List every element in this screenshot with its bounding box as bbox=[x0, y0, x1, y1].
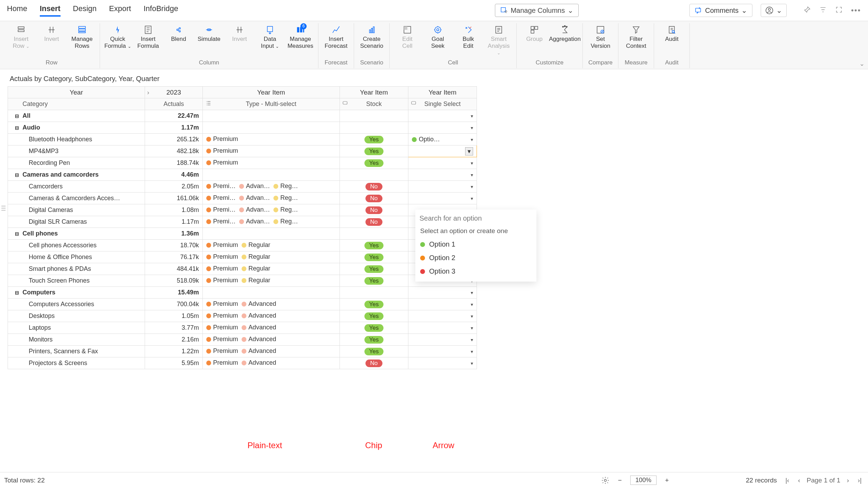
filter-icon[interactable] bbox=[819, 6, 827, 15]
actuals-value[interactable]: 518.09k bbox=[145, 275, 203, 287]
dropdown-option[interactable]: Option 3 bbox=[415, 265, 536, 278]
page-first-button[interactable]: |‹ bbox=[783, 477, 792, 484]
chevron-right-icon[interactable]: › bbox=[147, 89, 149, 96]
ribbon-blend[interactable]: Blend bbox=[164, 23, 193, 51]
expand-icon[interactable] bbox=[835, 6, 843, 15]
collapse-icon[interactable]: ⊟ bbox=[14, 172, 20, 178]
subcategory-row[interactable]: Camcorders2.05mPremi… Advan… Reg…No▾ bbox=[8, 181, 477, 193]
actuals-value[interactable]: 4.46m bbox=[145, 169, 203, 181]
stock-cell[interactable]: Yes bbox=[340, 346, 408, 357]
header-type[interactable]: Type - Multi-select bbox=[202, 98, 340, 110]
type-cell[interactable]: Premium bbox=[202, 134, 340, 145]
type-cell[interactable] bbox=[202, 287, 340, 299]
stock-cell[interactable] bbox=[340, 169, 408, 181]
pin-icon[interactable] bbox=[803, 6, 811, 15]
stock-cell[interactable]: No bbox=[340, 181, 408, 193]
actuals-value[interactable]: 22.47m bbox=[145, 110, 203, 122]
single-select-cell[interactable]: ▾ bbox=[408, 169, 477, 181]
dropdown-caret-icon[interactable]: ▾ bbox=[471, 337, 473, 343]
single-select-cell[interactable]: ▾ bbox=[408, 110, 477, 122]
actuals-value[interactable]: 1.36m bbox=[145, 228, 203, 240]
dropdown-caret-icon[interactable]: ▾ bbox=[471, 184, 473, 189]
subcategory-row[interactable]: Smart phones & PDAs484.41kPremium Regula… bbox=[8, 263, 477, 275]
type-cell[interactable]: Premium Advanced bbox=[202, 346, 340, 357]
subcategory-row[interactable]: Digital SLR Cameras1.17mPremi… Advan… Re… bbox=[8, 216, 477, 228]
type-cell[interactable] bbox=[202, 169, 340, 181]
ribbon-manage-measures[interactable]: 6 Manage Measures bbox=[286, 23, 315, 51]
subcategory-row[interactable]: Bluetooth Headphones265.12kPremiumYesOpt… bbox=[8, 134, 477, 145]
stock-cell[interactable]: Yes bbox=[340, 145, 408, 157]
dropdown-caret-icon[interactable]: ▾ bbox=[471, 125, 473, 131]
stock-cell[interactable]: Yes bbox=[340, 134, 408, 145]
ribbon-insert-formula[interactable]: Insert Formula bbox=[134, 23, 162, 51]
manage-columns-button[interactable]: Manage Columns ⌄ bbox=[495, 4, 579, 17]
stock-cell[interactable]: No bbox=[340, 357, 408, 369]
type-cell[interactable]: Premi… Advan… Reg… bbox=[202, 204, 340, 216]
dropdown-caret-icon[interactable]: ▾ bbox=[471, 302, 473, 307]
actuals-value[interactable]: 76.17k bbox=[145, 251, 203, 263]
actuals-value[interactable]: 1.05m bbox=[145, 310, 203, 322]
stock-cell[interactable]: Yes bbox=[340, 157, 408, 169]
stock-cell[interactable]: No bbox=[340, 204, 408, 216]
zoom-in-button[interactable]: + bbox=[663, 477, 671, 484]
header-year-item-3[interactable]: Year Item bbox=[408, 87, 477, 98]
settings-gear-icon[interactable] bbox=[601, 476, 609, 485]
single-select-cell[interactable]: ▾ bbox=[408, 334, 477, 346]
single-select-cell[interactable]: ▾ bbox=[408, 322, 477, 334]
single-select-cell[interactable]: ▾ bbox=[408, 310, 477, 322]
actuals-value[interactable]: 18.70k bbox=[145, 240, 203, 251]
dropdown-caret-icon[interactable]: ▾ bbox=[471, 361, 473, 366]
user-menu-button[interactable]: ⌄ bbox=[761, 4, 787, 17]
stock-cell[interactable] bbox=[340, 287, 408, 299]
actuals-value[interactable]: 1.17m bbox=[145, 216, 203, 228]
actuals-value[interactable]: 700.04k bbox=[145, 299, 203, 310]
tab-infobridge[interactable]: InfoBridge bbox=[144, 4, 178, 17]
collapse-icon[interactable]: ⊟ bbox=[14, 113, 20, 119]
dropdown-caret-icon[interactable]: ▾ bbox=[471, 349, 473, 354]
stock-cell[interactable]: Yes bbox=[340, 334, 408, 346]
single-select-cell[interactable]: ▾ bbox=[408, 157, 477, 169]
category-row[interactable]: ⊟Cameras and camcorders4.46m▾ bbox=[8, 169, 477, 181]
stock-cell[interactable] bbox=[340, 122, 408, 134]
type-cell[interactable]: Premi… Advan… Reg… bbox=[202, 216, 340, 228]
type-cell[interactable]: Premium Advanced bbox=[202, 334, 340, 346]
ribbon-data-input[interactable]: Data Input ⌄ bbox=[256, 23, 284, 51]
ribbon-simulate[interactable]: Simulate bbox=[195, 23, 223, 51]
stock-cell[interactable]: Yes bbox=[340, 310, 408, 322]
stock-cell[interactable] bbox=[340, 110, 408, 122]
stock-cell[interactable]: Yes bbox=[340, 240, 408, 251]
type-cell[interactable]: Premium Advanced bbox=[202, 299, 340, 310]
category-row[interactable]: ⊟Cell phones1.36m▾ bbox=[8, 228, 477, 240]
stock-cell[interactable]: Yes bbox=[340, 299, 408, 310]
page-prev-button[interactable]: ‹ bbox=[795, 477, 803, 484]
header-actuals[interactable]: Actuals bbox=[145, 98, 203, 110]
stock-cell[interactable] bbox=[340, 228, 408, 240]
subcategory-row[interactable]: Printers, Scanners & Fax1.22mPremium Adv… bbox=[8, 346, 477, 357]
page-next-button[interactable]: › bbox=[844, 477, 852, 484]
ribbon-create-scenario[interactable]: Create Scenario bbox=[358, 23, 386, 51]
dropdown-caret-icon[interactable]: ▾ bbox=[471, 160, 473, 166]
comments-button[interactable]: Comments ⌄ bbox=[689, 4, 752, 17]
collapse-icon[interactable]: ⊟ bbox=[14, 125, 20, 131]
actuals-value[interactable]: 482.18k bbox=[145, 145, 203, 157]
subcategory-row[interactable]: Recording Pen188.74kPremiumYes▾ bbox=[8, 157, 477, 169]
type-cell[interactable]: Premium Advanced bbox=[202, 357, 340, 369]
tab-design[interactable]: Design bbox=[73, 4, 97, 17]
dropdown-option[interactable]: Option 2 bbox=[415, 251, 536, 265]
dropdown-caret-icon[interactable]: ▾ bbox=[471, 196, 473, 201]
more-icon[interactable]: ••• bbox=[851, 6, 861, 15]
actuals-value[interactable]: 5.95m bbox=[145, 357, 203, 369]
category-row[interactable]: ⊟Computers15.49m▾ bbox=[8, 287, 477, 299]
single-select-cell[interactable]: ▾ bbox=[408, 122, 477, 134]
subcategory-row[interactable]: Touch Screen Phones518.09kPremium Regula… bbox=[8, 275, 477, 287]
actuals-value[interactable]: 161.06k bbox=[145, 193, 203, 204]
header-year-item-2[interactable]: Year Item bbox=[340, 87, 408, 98]
actuals-value[interactable]: 188.74k bbox=[145, 157, 203, 169]
actuals-value[interactable]: 1.22m bbox=[145, 346, 203, 357]
type-cell[interactable]: Premium Regular bbox=[202, 263, 340, 275]
single-select-cell[interactable]: ▾ bbox=[408, 287, 477, 299]
zoom-out-button[interactable]: − bbox=[616, 477, 624, 484]
subcategory-row[interactable]: MP4&MP3482.18kPremiumYes▾ bbox=[8, 145, 477, 157]
type-cell[interactable]: Premium Regular bbox=[202, 251, 340, 263]
dropdown-caret-icon[interactable]: ▾ bbox=[471, 290, 473, 295]
